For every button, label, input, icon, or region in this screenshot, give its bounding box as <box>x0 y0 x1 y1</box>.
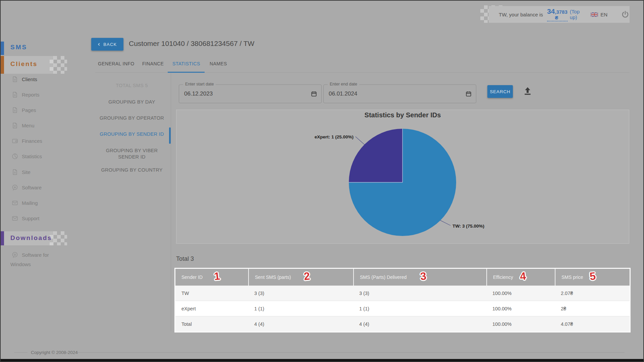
sidebar-item-statistics[interactable]: Statistics <box>1 148 78 164</box>
subnav-grouping-by-country[interactable]: GROUPING BY COUNTRY <box>96 167 167 173</box>
calendar-icon[interactable] <box>465 90 472 97</box>
table-row-total: Total 4 (4) 4 (4) 100.00% 4.07₴ <box>175 316 630 331</box>
export-icon[interactable] <box>523 86 533 96</box>
language-selector[interactable]: EN <box>600 12 607 17</box>
cell-sms-price: 2₴ <box>555 301 630 316</box>
sidebar-item-label: Site <box>22 169 31 175</box>
balance-value[interactable]: 34,3783 ₴ <box>547 7 568 21</box>
start-date-value[interactable]: 06.12.2023 <box>184 90 213 97</box>
balance-integer: 34 <box>547 7 555 15</box>
sidebar-item-software-for-windows[interactable]: Software for Windows <box>1 249 78 270</box>
tab-general-info[interactable]: GENERAL INFO <box>98 61 135 69</box>
results-total: Total 3 <box>176 255 194 262</box>
sidebar-item-site[interactable]: Site <box>1 164 78 180</box>
document-icon <box>11 76 18 83</box>
cell-sender-id: eXpert <box>175 301 248 316</box>
tab-names[interactable]: NAMES <box>210 61 227 69</box>
pie-slice-divider <box>402 129 403 182</box>
sidebar-section-downloads[interactable]: Downloads <box>10 234 52 242</box>
back-label: BACK <box>103 42 117 47</box>
bottom-edge <box>1 359 643 361</box>
envelope-icon <box>11 199 18 206</box>
sidebar-item-finances[interactable]: Finances <box>1 133 78 148</box>
cell-sender-id: TW <box>175 286 248 301</box>
sender-stats-table: Sender ID Sent SMS (parts) SMS (Parts) D… <box>174 268 631 333</box>
downloads-accent-bar <box>1 231 4 245</box>
sidebar-item-label: Pages <box>22 107 36 113</box>
document-icon <box>11 169 18 176</box>
sidebar-item-label: Windows <box>10 261 31 267</box>
subnav-grouping-by-sender-id[interactable]: GROUPING BY SENDER ID <box>96 131 167 137</box>
pie-label-tw: TW: 3 (75.00%) <box>452 224 484 229</box>
callout-2: 2 <box>303 270 311 283</box>
end-date-value[interactable]: 06.01.2024 <box>329 90 357 97</box>
calendar-icon[interactable] <box>311 90 317 97</box>
back-button[interactable]: ‹ BACK <box>91 38 123 51</box>
top-up-link[interactable]: (Top up) <box>570 9 583 20</box>
sms-accent-bar <box>1 42 4 55</box>
power-icon[interactable] <box>621 10 630 19</box>
callout-4: 4 <box>519 270 527 283</box>
sidebar-item-label: Software for <box>22 252 49 258</box>
pie-slice-divider <box>349 182 402 183</box>
sidebar-item-mailing[interactable]: Mailing <box>1 195 78 210</box>
cell-sms-price: 2.07₴ <box>555 286 630 301</box>
end-date-field[interactable]: Enter end date 06.01.2024 <box>323 84 476 103</box>
app-window: TW, your balance is 34,3783 ₴ (Top up) E… <box>0 0 644 362</box>
active-tab-underline <box>168 72 205 73</box>
sidebar-item-label: Mailing <box>22 200 38 206</box>
sidebar-item-pages[interactable]: Pages <box>1 102 78 118</box>
sidebar-section-clients[interactable]: Clients <box>10 60 38 68</box>
wallet-icon <box>11 137 18 144</box>
balance-box: TW, your balance is 34,3783 ₴ (Top up) E… <box>489 6 630 23</box>
uk-flag-icon[interactable] <box>591 12 598 17</box>
cell-efficiency: 100.00% <box>486 286 555 301</box>
balance-fraction: ,3783 ₴ <box>555 9 568 20</box>
page-title: Customer 101040 / 380681234567 / TW <box>129 40 254 48</box>
sidebar-item-label: Finances <box>22 138 42 144</box>
tab-statistics[interactable]: STATISTICS <box>172 61 200 69</box>
start-date-field[interactable]: Enter start date 06.12.2023 <box>179 84 322 103</box>
callout-5: 5 <box>589 270 596 283</box>
cell-sms-price: 4.07₴ <box>555 316 630 331</box>
chevron-left-icon: ‹ <box>98 40 101 48</box>
footer-divider <box>14 352 28 353</box>
sidebar-item-menu[interactable]: Menu <box>1 118 78 133</box>
footer-divider <box>77 352 625 353</box>
envelope-icon <box>11 215 18 222</box>
cell-delivered: 1 (1) <box>353 301 486 316</box>
subnav-grouping-by-operator[interactable]: GROUPING BY OPERATOR <box>96 115 167 121</box>
download-bubble-icon <box>11 184 18 191</box>
balance-prefix: TW, your balance is <box>499 12 544 17</box>
cell-sent-sms: 3 (3) <box>248 286 353 301</box>
cell-efficiency: 100.00% <box>486 301 555 316</box>
subnav-grouping-by-day[interactable]: GROUPING BY DAY <box>96 99 167 105</box>
sidebar-item-support[interactable]: Support <box>1 210 78 226</box>
sidebar-section-sms[interactable]: SMS <box>10 44 27 51</box>
column-header-sender-id[interactable]: Sender ID <box>175 269 248 286</box>
copyright-text: Copyright © 2008-2024 <box>31 350 78 355</box>
column-header-sent-sms[interactable]: Sent SMS (parts) <box>248 269 353 286</box>
download-bubble-icon <box>11 251 18 258</box>
sidebar-item-reports[interactable]: Reports <box>1 87 78 102</box>
cell-delivered: 3 (3) <box>353 286 486 301</box>
document-icon <box>11 107 18 114</box>
callout-1: 1 <box>213 270 221 283</box>
document-icon <box>11 122 18 129</box>
subnav-total-sms: TOTAL SMS 5 <box>96 83 167 88</box>
chart-title: Statistics by Sender IDs <box>176 111 629 119</box>
search-button[interactable]: SEARCH <box>487 85 513 98</box>
content-divider <box>171 73 171 331</box>
subnav-grouping-by-viber-sender-id[interactable]: GROUPING BY VIBER SENDER ID <box>105 147 159 160</box>
cell-efficiency: 100.00% <box>486 316 555 331</box>
sidebar-item-label: Support <box>22 216 40 221</box>
sidebar-item-label: Menu <box>22 123 35 128</box>
tab-finance[interactable]: FINANCE <box>142 61 164 69</box>
sidebar-item-label: Reports <box>22 92 40 98</box>
table-header-row: Sender ID Sent SMS (parts) SMS (Parts) D… <box>175 269 630 286</box>
pie-chart-icon <box>11 153 18 160</box>
table-row: eXpert 1 (1) 1 (1) 100.00% 2₴ <box>175 301 630 316</box>
sidebar-item-clients[interactable]: Clients <box>1 71 78 87</box>
sidebar-item-label: Software <box>22 185 42 190</box>
sidebar-item-software[interactable]: Software <box>1 180 78 195</box>
